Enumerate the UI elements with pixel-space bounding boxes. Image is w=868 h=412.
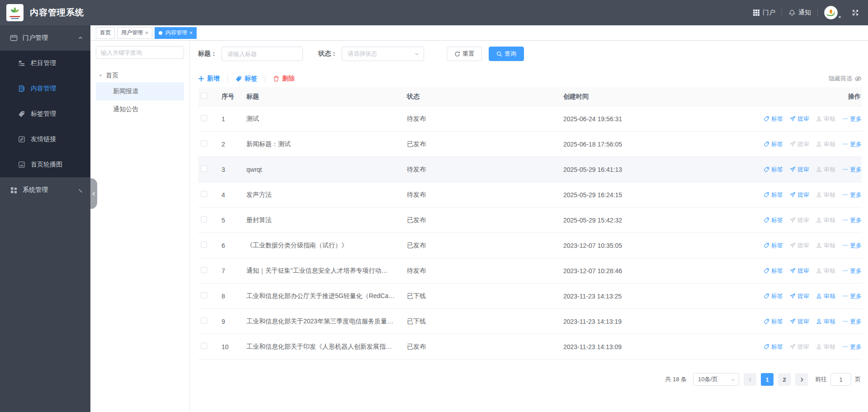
row-no: 5 [216, 217, 241, 224]
portal-menu-button[interactable]: 门户 [753, 9, 775, 17]
op-submit-review-link[interactable]: 提审 [790, 267, 809, 275]
table-row: 4发声方法待发布2025-05-29 16:24:15标签提审审核更多 [198, 182, 862, 208]
tree-node-root[interactable]: 首页 [96, 69, 184, 82]
op-tag-link-label: 标签 [771, 292, 783, 300]
row-checkbox[interactable] [201, 191, 207, 197]
op-tag-link[interactable]: 标签 [764, 242, 783, 250]
sidebar-group-portal[interactable]: 门户管理 [0, 25, 90, 51]
op-tag-link[interactable]: 标签 [764, 140, 783, 148]
row-title: 工业和信息化部关于印发《人形机器人创新发展指… [241, 343, 401, 351]
op-audit-link-label: 审核 [824, 166, 835, 174]
fullscreen-button[interactable] [852, 9, 859, 16]
op-more-link[interactable]: 更多 [842, 242, 862, 250]
op-tag-link[interactable]: 标签 [764, 267, 783, 275]
search-button[interactable]: 查询 [489, 47, 524, 61]
audit-icon [816, 192, 822, 198]
sidebar-item-1[interactable]: 内容管理 [0, 76, 90, 101]
op-more-link[interactable]: 更多 [842, 292, 862, 300]
sidebar-group-system[interactable]: 系统管理 [0, 177, 90, 203]
row-checkbox[interactable] [201, 343, 207, 349]
op-audit-link[interactable]: 审核 [816, 317, 835, 326]
row-checkbox[interactable] [201, 216, 207, 223]
op-tag-link-label: 标签 [771, 216, 783, 224]
row-checkbox[interactable] [201, 242, 207, 248]
op-tag-link[interactable]: 标签 [764, 216, 783, 224]
sidebar-item-2[interactable]: 标签管理 [0, 101, 90, 127]
op-more-link[interactable]: 更多 [842, 191, 862, 199]
page-size-select[interactable]: 10条/页 [693, 373, 739, 386]
row-checkbox[interactable] [201, 267, 207, 273]
op-audit-link-label: 审核 [824, 317, 835, 326]
row-checkbox[interactable] [201, 317, 207, 324]
tree-search-input[interactable] [96, 46, 184, 59]
row-checkbox[interactable] [201, 166, 207, 172]
page-button-1[interactable]: 1 [761, 373, 774, 386]
row-checkbox[interactable] [201, 292, 207, 298]
row-checkbox[interactable] [201, 140, 207, 147]
sidebar-collapse-handle[interactable] [90, 178, 97, 209]
sidebar-item-4[interactable]: 首页轮播图 [0, 152, 90, 177]
select-all-checkbox[interactable] [201, 93, 207, 99]
op-tag-link[interactable]: 标签 [764, 317, 783, 326]
send-icon [790, 242, 796, 248]
reset-button[interactable]: 重置 [447, 47, 482, 61]
prev-page-button[interactable] [744, 373, 756, 386]
tag-button[interactable]: 标签 [236, 75, 257, 83]
delete-button[interactable]: 删除 [273, 75, 295, 83]
row-actions: 标签提审审核更多 [753, 115, 862, 123]
op-more-link[interactable]: 更多 [842, 267, 862, 275]
op-tag-link[interactable]: 标签 [764, 166, 783, 174]
op-tag-link[interactable]: 标签 [764, 191, 783, 199]
op-more-link[interactable]: 更多 [842, 115, 862, 123]
tab-0[interactable]: 首页 [96, 27, 115, 39]
close-icon[interactable]: × [145, 30, 148, 36]
sidebar-item-3[interactable]: 友情链接 [0, 127, 90, 152]
op-more-link[interactable]: 更多 [842, 166, 862, 174]
op-audit-link-label: 审核 [824, 242, 835, 250]
sidebar-group-label: 门户管理 [23, 34, 48, 42]
goto-page-input[interactable] [830, 373, 851, 386]
op-submit-review-link[interactable]: 提审 [790, 166, 809, 174]
op-audit-link-label: 审核 [824, 292, 835, 300]
notice-button[interactable]: 通知 [788, 9, 811, 17]
tab-label: 内容管理 [165, 29, 187, 37]
op-more-link[interactable]: 更多 [842, 317, 862, 326]
close-icon[interactable]: × [189, 30, 193, 36]
row-checkbox[interactable] [201, 115, 207, 121]
tree-node-0[interactable]: 新闻报道 [96, 82, 184, 100]
op-more-link[interactable]: 更多 [842, 216, 862, 224]
op-tag-link[interactable]: 标签 [764, 115, 783, 123]
audit-icon [816, 242, 822, 248]
op-submit-review-link[interactable]: 提审 [790, 191, 809, 199]
op-audit-link: 审核 [816, 115, 835, 123]
op-more-link[interactable]: 更多 [842, 140, 862, 148]
tree-node-1[interactable]: 通知公告 [96, 100, 184, 118]
page-button-2[interactable]: 2 [778, 373, 791, 386]
op-audit-link[interactable]: 审核 [816, 292, 835, 300]
tab-1[interactable]: 用户管理× [117, 27, 152, 39]
op-submit-review-link[interactable]: 提审 [790, 317, 809, 326]
link-icon [18, 136, 25, 143]
table-row: 9工业和信息化部关于2023年第三季度电信服务质量…已下线2023-11-23 … [198, 309, 862, 334]
op-tag-link[interactable]: 标签 [764, 343, 783, 351]
op-submit-review-link[interactable]: 提审 [790, 292, 809, 300]
next-page-button[interactable] [795, 373, 808, 386]
op-more-link[interactable]: 更多 [842, 343, 862, 351]
sidebar-item-0[interactable]: 栏目管理 [0, 51, 90, 76]
chevron-down-icon [731, 377, 736, 382]
op-more-link-label: 更多 [850, 267, 862, 275]
op-audit-link-label: 审核 [824, 191, 835, 199]
op-submit-review-link[interactable]: 提审 [790, 115, 809, 123]
op-tag-link-label: 标签 [771, 166, 783, 174]
tab-label: 首页 [100, 29, 111, 37]
title-filter-input[interactable] [222, 47, 303, 61]
status-filter-select[interactable]: 请选择状态 [342, 47, 424, 61]
hide-filter-button[interactable]: 隐藏筛选 [829, 75, 862, 83]
op-tag-link[interactable]: 标签 [764, 292, 783, 300]
tab-2[interactable]: 内容管理× [155, 27, 197, 39]
op-submit-review-link-label: 提审 [797, 140, 809, 148]
row-actions: 标签提审审核更多 [753, 242, 862, 250]
row-no: 8 [216, 293, 241, 300]
user-avatar-menu[interactable]: ▾ [824, 6, 841, 19]
add-button[interactable]: 新增 [198, 75, 220, 83]
